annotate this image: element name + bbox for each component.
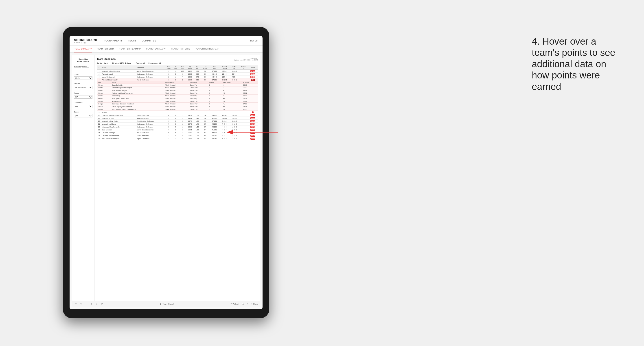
tab-player-h2h-heatmap[interactable]: PLAYER H2H HEATMAP [195, 46, 220, 52]
sub-table-row: UniversWilliams CupNCAA Division IStroke… [97, 100, 258, 103]
points-cell[interactable]: 97.02 [248, 70, 258, 73]
report-body: CommitteePortal Review Minimum Rounds Ge… [72, 55, 260, 301]
tab-team-h2h-grid[interactable]: TEAM H2H GRID [97, 46, 114, 52]
table-header: # School Conference ConfRank NoTour Bnds… [97, 65, 258, 70]
gender-select[interactable]: Men's Women's [74, 76, 92, 80]
table-row[interactable]: 21University of AlabamaSoutheastern Conf… [97, 123, 258, 126]
table-row[interactable]: 2 Auburn University Southeastern Confere… [97, 73, 258, 76]
division-select[interactable]: NCAA Division I [74, 86, 92, 89]
table-row[interactable]: 20University of New MexicoMountain West … [97, 120, 258, 123]
sub-col-event-type: Event Type [189, 81, 208, 84]
conference-cell: Southeastern Conference [136, 73, 166, 76]
col-low-overall: LowOverall [200, 65, 210, 70]
conference-cell: Southeastern Conference [136, 76, 166, 78]
min-rounds-to[interactable] [82, 67, 89, 70]
sub-col-team: Team [97, 81, 111, 84]
main-content: CommitteePortal Review Minimum Rounds Ge… [70, 53, 262, 309]
sign-out-button[interactable]: Sign out [247, 39, 258, 42]
toolbar-left: ↺ ↻ ← ⧉ ⬡ ⏱ [74, 303, 104, 306]
school-select[interactable]: (All) [74, 114, 92, 117]
avg-sg-cell: 2.82 [194, 73, 200, 76]
expand-button[interactable]: ⤢ [246, 303, 248, 305]
filter-bar: Gender: Men's Division: NCAA Division I … [97, 62, 258, 64]
school-label: School [74, 111, 92, 113]
school-cell: Auburn University [101, 73, 136, 76]
min-rounds-from[interactable] [74, 67, 81, 70]
table-row[interactable]: 18University of California, BerkeleyPac-… [97, 114, 258, 117]
table-row[interactable]: 23Duke UniversityAtlantic Coast Conferen… [97, 128, 258, 131]
table-row[interactable]: 24University of OregonPac-12 Conference … [97, 131, 258, 134]
sub-table-row: UniversCabo CollegiateNCAA Division IStr… [97, 84, 258, 86]
sub-col-event: Event [111, 81, 164, 84]
nav-committee[interactable]: COMMITTEE [142, 38, 156, 43]
view-label: View: Original [163, 303, 174, 305]
watch-button[interactable]: 👁 Watch ▾ [230, 303, 239, 305]
low-adj-cell: 67-10-0 [210, 70, 220, 73]
min-rounds-label: Minimum Rounds [74, 65, 92, 67]
paint-button[interactable]: ⬡ [95, 303, 98, 306]
table-row[interactable]: 5 Texas T... [97, 111, 258, 114]
col-conf-rank: ConfRank [165, 65, 172, 70]
bottom-toolbar: ↺ ↻ ← ⧉ ⬡ ⏱ ▶ View: Original 👁 Watch ▾ 💬 [72, 301, 260, 307]
undo-button[interactable]: ↺ [74, 303, 78, 306]
avg-sg-cell: 2.86 [194, 70, 200, 73]
sub-table-row: Florida IThe Cypress Point ClassicNCAA D… [97, 97, 258, 100]
low-adj-cell: 87-25-1 [210, 78, 220, 81]
col-conference: Conference [136, 65, 166, 70]
overall-record-cell: 33-19-1 [220, 78, 229, 81]
adj-score-cell: 272.0 [186, 70, 194, 73]
points-cell[interactable]: 93.31 [248, 73, 258, 76]
vs-top-25-cell: 50-10-0 [229, 70, 239, 73]
tab-team-h2h-heatmap[interactable]: TEAM H2H HEATMAP [119, 46, 141, 52]
app-header: SCOREBOARD Powered by clippd TOURNAMENTS… [70, 36, 262, 46]
no-tour-cell: 9 [172, 78, 179, 81]
nav-teams[interactable]: TEAMS [128, 38, 136, 43]
table-row[interactable]: 3 Vanderbilt University Southeastern Con… [97, 76, 258, 78]
table-row[interactable]: 25University of North FloridaASUN Confer… [97, 134, 258, 137]
sub-nav: TEAM SUMMARY TEAM H2H GRID TEAM H2H HEAT… [70, 46, 262, 53]
standings-title: Team Standings [97, 58, 116, 60]
points-cell[interactable]: 90.20 [248, 76, 258, 78]
sub-table-header: Team Event Event Division Event Type Rou… [97, 81, 258, 84]
overall-record-cell: 29-4-0 [220, 73, 229, 76]
tab-player-summary[interactable]: PLAYER SUMMARY [146, 46, 166, 52]
school-cell: Texas T... [101, 111, 136, 114]
low-overall-cell: 252 [200, 70, 210, 73]
filter-conference: Conference (All) [74, 102, 92, 108]
redo-button[interactable]: ↻ [80, 303, 83, 306]
table-row[interactable]: 22Mississippi State UniversitySoutheaste… [97, 126, 258, 128]
table-row[interactable]: 4 Arizona State University Pac-12 Confer… [97, 78, 258, 81]
report-panel: CommitteePortal Review Minimum Rounds Ge… [72, 55, 260, 307]
share-button[interactable]: ↗ Share [251, 303, 258, 305]
col-adj-score: Adj.Score [186, 65, 194, 70]
table-row[interactable]: 19University of TexasBig 12 Conference 3… [97, 117, 258, 120]
nav-tournaments[interactable]: TOURNAMENTS [104, 38, 123, 43]
conference-label: Conference [74, 102, 92, 103]
copy-button[interactable]: ⧉ [90, 303, 93, 306]
filter-division: Division NCAA Division I [74, 83, 92, 89]
filter-gender: Gender Men's Women's [74, 73, 92, 80]
expanded-row-header: Team Event Event Division Event Type Rou… [97, 81, 258, 111]
back-button[interactable]: ← [84, 303, 88, 306]
points-cell[interactable]: 79.5 [248, 78, 258, 81]
sub-table-row: UniversNational Invitational TournamentN… [97, 92, 258, 95]
sub-table-row: UniversCopper CupNCAA Division IMatch Pl… [97, 95, 258, 97]
timer-button[interactable]: ⏱ [100, 303, 104, 306]
sub-table-row: UniversSouthern Highlands CollegiateNCAA… [97, 86, 258, 89]
col-school: School [101, 65, 136, 70]
table-row[interactable]: 1 University of North Carolina Atlantic … [97, 70, 258, 73]
division-label: Division [74, 83, 92, 84]
col-vs-top-25: Vs Top25 [229, 65, 239, 70]
tab-team-summary[interactable]: TEAM SUMMARY [74, 46, 92, 52]
school-cell: Vanderbilt University [101, 76, 136, 78]
comment-button[interactable]: 💬 [242, 303, 244, 305]
region-select[interactable]: N/A [74, 95, 92, 99]
col-vs-top-50: Vs Top50 [239, 65, 248, 70]
gender-filter-label: Gender: Men's [97, 62, 108, 64]
tab-player-h2h-grid[interactable]: PLAYER H2H GRID [170, 46, 190, 52]
gender-label: Gender [74, 73, 92, 75]
expanded-sub-table: Team Event Event Division Event Type Rou… [97, 81, 258, 111]
avg-sg-cell: 2.50 [194, 78, 200, 81]
conference-select[interactable]: (All) [74, 105, 92, 108]
table-row[interactable]: 26The Ohio State UniversityBig Ten Confe… [97, 137, 258, 140]
